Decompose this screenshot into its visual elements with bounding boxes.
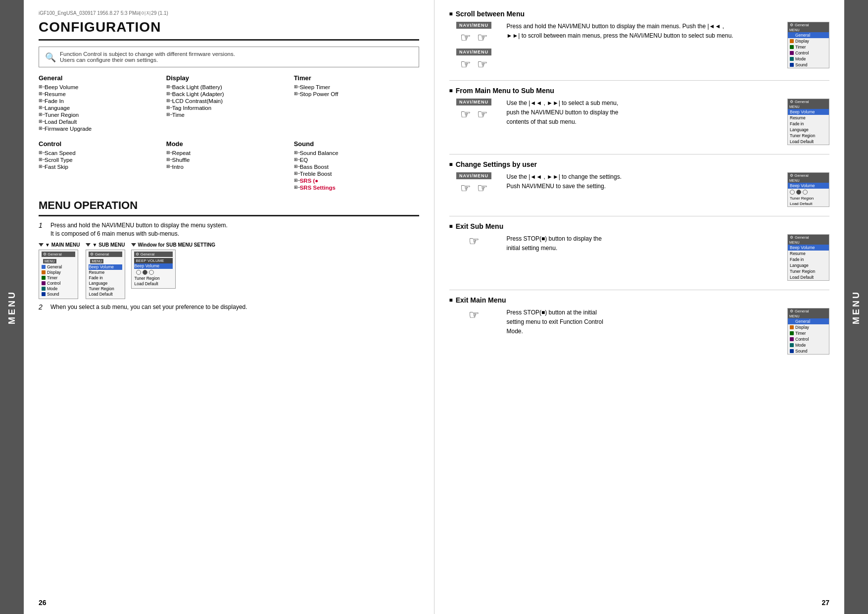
right-side-tab: MENU — [844, 0, 868, 614]
mini-item: Tuner Region — [89, 286, 122, 292]
hand-icon-7: ☞ — [460, 181, 471, 195]
scroll-menu-title: Scroll between Menu — [449, 10, 830, 18]
mini-right-item: Beep Volume — [788, 245, 829, 251]
divider-1 — [449, 80, 830, 81]
mini-right-item: General — [788, 32, 829, 38]
divider-2 — [449, 154, 830, 154]
display-item: Back Light (Adapter) — [166, 91, 291, 98]
hand-icon-1: ☞ — [460, 31, 471, 45]
mini-item: Tuner Region — [134, 276, 173, 281]
hand-icon-6: ☞ — [477, 107, 488, 121]
menu-diagrams: ▼ MAIN MENU ⚙ General MENU General Displ… — [39, 242, 419, 299]
navi-label-3: NAVI/MENU — [456, 99, 491, 105]
navi-label-1: NAVI/MENU — [456, 22, 491, 29]
step-2: 2 When you select a sub menu, you can se… — [39, 303, 419, 311]
display-item: Back Light (Battery) — [166, 84, 291, 91]
change-settings-block: NAVI/MENU ☞ ☞ Use the |◄◄ , ►►| to chang… — [449, 172, 830, 207]
control-item: Fast Skip — [39, 163, 164, 170]
general-item: Beep Volume — [39, 84, 164, 91]
hand-row-5: ☞ — [469, 234, 480, 248]
menu-label-menu: MENU — [43, 259, 56, 263]
scroll-menu-block: NAVI/MENU ☞ ☞ NAVI/MENU ☞ ☞ Press and ho… — [449, 22, 830, 71]
navi-label-2: NAVI/MENU — [456, 49, 491, 55]
mini-item: Language — [89, 281, 122, 286]
dot-2 — [143, 270, 147, 275]
mode-item: Repeat — [166, 150, 291, 156]
display-item: LCD Contrast(Main) — [166, 98, 291, 104]
hand-icon-9: ☞ — [469, 234, 480, 248]
sub-menu-diagram: ▼ SUB MENU ⚙ General MENU Beep Volume Re… — [86, 242, 125, 299]
control-item: Scan Speed — [39, 150, 164, 156]
window-sub-label: Window for SUB MENU SETTING — [131, 242, 215, 248]
mini-right-item: Language — [788, 127, 829, 133]
mini-right-item: Control — [788, 50, 829, 56]
beep-vol-selected: Beep Volume — [788, 183, 829, 189]
mode-item: Shuffle — [166, 156, 291, 163]
scroll-navi-diagram: NAVI/MENU ☞ ☞ NAVI/MENU ☞ ☞ — [449, 22, 499, 71]
mini-right-header-2: ⚙General — [788, 99, 829, 104]
exit-sub-navi: ☞ — [449, 234, 499, 248]
timer-heading: Timer — [294, 74, 419, 82]
mini-right-item: Mode — [788, 56, 829, 62]
triangle-icon — [131, 243, 136, 247]
mini-menu-header: ⚙ General — [42, 252, 75, 257]
sub-menu-label: ▼ SUB MENU — [86, 242, 125, 248]
change-navi: NAVI/MENU ☞ ☞ — [449, 172, 499, 195]
mini-right-item: Load Default — [788, 274, 829, 280]
exit-sub-mini: ⚙General MENU Beep Volume Resume Fade in… — [787, 234, 829, 281]
general-item: Tuner Region — [39, 111, 164, 118]
timer-item: Sleep Timer — [294, 84, 419, 91]
right-menu-label: MENU — [851, 290, 862, 324]
info-text: Function Control is subject to change wi… — [60, 51, 235, 63]
from-main-mini: ⚙General MENU Beep Volume Resume Fade in… — [787, 99, 829, 145]
exit-main-navi: ☞ — [449, 308, 499, 322]
step-2-num: 2 — [39, 303, 47, 311]
mini-item: Timer — [42, 275, 75, 281]
scroll-menu-mini: ⚙General MENU General Display Timer Cont… — [787, 22, 829, 68]
mini-item-selected: Beep Volume — [89, 264, 122, 270]
general-heading: General — [39, 74, 164, 82]
triangle-icon — [86, 243, 91, 247]
left-side-tab: MENU — [0, 0, 24, 614]
menu-op-divider — [39, 215, 419, 216]
config-title: CONFIGURATION — [39, 19, 419, 35]
menu-config-grid-2: Control Scan Speed Scroll Type Fast Skip… — [39, 140, 419, 191]
sound-item: Bass Boost — [294, 163, 419, 170]
mini-right-item: Load Default — [788, 139, 829, 145]
triangle-icon — [39, 243, 44, 247]
mini-item: Resume — [89, 270, 122, 275]
sub-menu-box: ⚙ General MENU Beep Volume Resume Fade i… — [86, 250, 125, 299]
display-heading: Display — [166, 74, 291, 82]
display-item: Time — [166, 111, 291, 118]
general-item: Language — [39, 104, 164, 111]
mode-section: Mode Repeat Shuffle Intro — [166, 140, 291, 191]
mini-beep-selected: Beep Volume — [134, 263, 173, 269]
mini-right-header-3: ⚙General — [788, 235, 829, 240]
mini-right-item: Mode — [788, 342, 829, 348]
hand-icon-4: ☞ — [477, 57, 488, 71]
mode-list: Repeat Shuffle Intro — [166, 150, 291, 170]
exit-main-mini: ⚙General MENU General Display Timer Cont… — [787, 308, 829, 355]
from-main-block: NAVI/MENU ☞ ☞ Use the |◄◄ , ►►| to selec… — [449, 99, 830, 145]
exit-main-title: Exit Main Menu — [449, 296, 830, 304]
mini-right-item: Language — [788, 262, 829, 268]
info-icon: 🔍 — [45, 52, 56, 63]
info-box: 🔍 Function Control is subject to change … — [39, 47, 419, 67]
step-1: 1 Press and hold the NAVI/MENU button to… — [39, 221, 419, 238]
window-sub-diagram: Window for SUB MENU SETTING ⚙ General BE… — [131, 242, 215, 299]
general-section: General Beep Volume Resume Fade In Langu… — [39, 74, 164, 132]
navi-label-4: NAVI/MENU — [456, 172, 491, 179]
mini-item: Display — [42, 270, 75, 275]
sound-section: Sound Sound Balance EQ Bass Boost Treble… — [294, 140, 419, 191]
hand-row-6: ☞ — [469, 308, 480, 322]
mini-right-item: Timer — [788, 330, 829, 336]
dot-b — [796, 190, 801, 195]
control-heading: Control — [39, 140, 164, 148]
mini-right-item: Load Default — [788, 201, 829, 206]
hand-row-4: ☞ ☞ — [460, 181, 488, 195]
left-menu-label: MENU — [7, 290, 17, 324]
mini-right-header-4: ⚙General — [788, 308, 829, 314]
window-sub-box: ⚙ General BEEP VOLUME Beep Volume Tuner … — [131, 250, 176, 289]
control-item: Scroll Type — [39, 156, 164, 163]
hand-icon-2: ☞ — [477, 31, 488, 45]
